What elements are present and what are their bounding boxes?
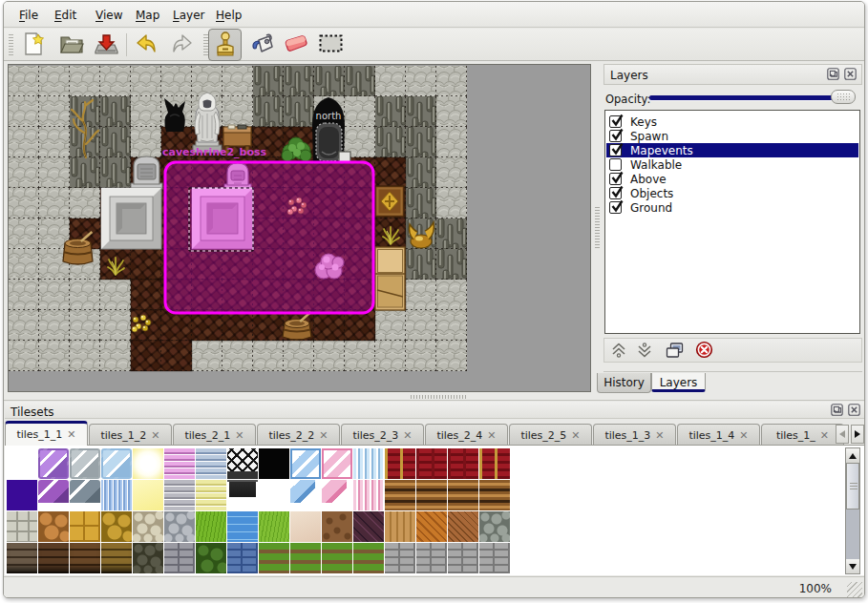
map-object-crate-emblem[interactable] <box>375 186 404 217</box>
tileset-tile[interactable] <box>7 448 37 479</box>
tab-close-icon[interactable]: ✕ <box>739 430 748 441</box>
menu-map[interactable]: Map <box>132 7 163 24</box>
tileset-tile[interactable] <box>38 511 69 542</box>
layer-checkbox[interactable] <box>609 173 622 185</box>
tab-close-icon[interactable]: ✕ <box>319 430 328 441</box>
tileset-tile[interactable] <box>385 511 415 542</box>
tileset-tab-tiles_2_1[interactable]: tiles_2_1✕ <box>173 424 256 446</box>
tileset-tile[interactable] <box>196 543 226 573</box>
tileset-tile[interactable] <box>259 480 289 510</box>
tilesets-dock-titlebar[interactable]: Tilesets <box>5 402 865 419</box>
map-object-slab[interactable] <box>101 188 161 249</box>
stamp-tool-button[interactable] <box>208 29 242 61</box>
tileset-tab-tiles_1_1[interactable]: tiles_1_1✕ <box>5 421 88 446</box>
tileset-tile[interactable] <box>38 543 69 573</box>
tileset-tile[interactable] <box>164 543 195 573</box>
layers-dock-titlebar[interactable]: Layers <box>603 64 862 85</box>
tileset-tile[interactable] <box>353 448 384 479</box>
tileset-tile[interactable] <box>70 480 100 510</box>
tab-close-icon[interactable]: ✕ <box>487 430 496 441</box>
tileset-tile[interactable] <box>70 448 100 479</box>
tab-close-icon[interactable]: ✕ <box>571 430 580 441</box>
tileset-tile[interactable] <box>70 511 100 542</box>
tilesets-dock-close-button[interactable] <box>847 404 861 418</box>
tileset-tile[interactable] <box>196 448 226 479</box>
toolbar-grip[interactable] <box>9 34 13 55</box>
layer-checkbox[interactable] <box>609 201 622 214</box>
layer-checkbox[interactable] <box>609 158 622 171</box>
tileset-tile[interactable] <box>227 448 258 479</box>
dock-tab-layers[interactable]: Layers <box>651 373 706 392</box>
tileset-tile[interactable] <box>101 480 132 510</box>
tileset-tile[interactable] <box>133 480 163 510</box>
tileset-tile[interactable] <box>416 480 447 510</box>
tileset-tile[interactable] <box>38 480 69 510</box>
tileset-tile[interactable] <box>385 448 415 479</box>
tileset-tile[interactable] <box>38 448 69 479</box>
tileset-tile[interactable] <box>479 480 510 510</box>
tileset-tile[interactable] <box>290 480 321 510</box>
tileset-tile[interactable] <box>416 511 447 542</box>
layer-checkbox[interactable] <box>609 130 622 142</box>
tileset-tile[interactable] <box>227 480 258 510</box>
tab-close-icon[interactable]: ✕ <box>820 430 829 441</box>
tileset-tile[interactable] <box>101 448 132 479</box>
layers-dock-close-button[interactable] <box>843 68 857 82</box>
menu-layer[interactable]: Layer <box>169 7 208 24</box>
tileset-tile[interactable] <box>479 543 510 573</box>
layer-checkbox[interactable] <box>609 187 622 199</box>
tileset-tab-tiles_2_4[interactable]: tiles_2_4✕ <box>425 424 508 446</box>
map-object-cabinet[interactable] <box>375 247 405 310</box>
scrollbar-thumb[interactable] <box>846 463 859 509</box>
save-button[interactable] <box>92 31 120 59</box>
move-layer-up-button[interactable] <box>608 342 629 361</box>
fill-bucket-tool-button[interactable] <box>248 31 277 59</box>
tileset-tile[interactable] <box>322 448 352 479</box>
layer-row-ground[interactable]: Ground <box>606 200 858 215</box>
tileset-tile[interactable] <box>448 480 478 510</box>
new-file-button[interactable] <box>19 31 48 59</box>
layer-row-spawn[interactable]: Spawn <box>606 129 858 143</box>
duplicate-layer-button[interactable] <box>664 342 685 361</box>
tileset-tab-tiles_1_3[interactable]: tiles_1_3✕ <box>593 424 676 446</box>
layers-dock-float-button[interactable] <box>826 68 840 82</box>
tab-close-icon[interactable]: ✕ <box>67 429 75 440</box>
tab-scroll-right-button[interactable] <box>851 425 864 444</box>
layer-row-keys[interactable]: Keys <box>606 114 858 129</box>
tileset-tile[interactable] <box>227 511 258 542</box>
tileset-tile[interactable] <box>164 448 195 479</box>
map-selection-rect[interactable] <box>165 162 373 313</box>
tileset-scrollbar[interactable] <box>845 447 860 574</box>
layer-row-walkable[interactable]: Walkable <box>606 157 858 172</box>
tileset-tile[interactable] <box>70 543 100 573</box>
map-canvas[interactable]: northcaveshrine2_boss <box>8 64 591 392</box>
tileset-tile[interactable] <box>385 543 415 573</box>
tileset-tile[interactable] <box>290 511 321 542</box>
tileset-tile[interactable] <box>133 543 163 573</box>
open-folder-button[interactable] <box>57 31 86 59</box>
tileset-tile[interactable] <box>227 543 258 573</box>
scroll-down-button[interactable] <box>846 559 859 573</box>
undo-button[interactable] <box>132 31 160 59</box>
tileset-tile[interactable] <box>164 480 195 510</box>
map-object-tombstone[interactable] <box>131 156 162 189</box>
map-object-handle-box[interactable] <box>339 152 350 162</box>
rect-select-tool-button[interactable] <box>316 31 345 59</box>
tab-close-icon[interactable]: ✕ <box>655 430 664 441</box>
tab-close-icon[interactable]: ✕ <box>235 430 243 441</box>
tileset-tile[interactable] <box>353 480 384 510</box>
menu-view[interactable]: View <box>92 7 126 24</box>
tileset-tile[interactable] <box>101 511 132 542</box>
tileset-tab-tiles_1_2[interactable]: tiles_1_2✕ <box>89 424 172 446</box>
layer-checkbox[interactable] <box>609 144 622 156</box>
redo-button[interactable] <box>168 31 197 59</box>
opacity-slider[interactable] <box>649 89 859 108</box>
tab-scroll-left-button[interactable] <box>836 425 849 444</box>
tileset-tile[interactable] <box>196 480 226 510</box>
tileset-tab-tiles_1_[interactable]: tiles_1_✕ <box>761 424 844 446</box>
tileset-tile[interactable] <box>290 448 321 479</box>
tileset-tile[interactable] <box>322 511 352 542</box>
tileset-tile[interactable] <box>259 543 289 573</box>
tileset-tile[interactable] <box>101 543 132 573</box>
tileset-tile[interactable] <box>196 511 226 542</box>
